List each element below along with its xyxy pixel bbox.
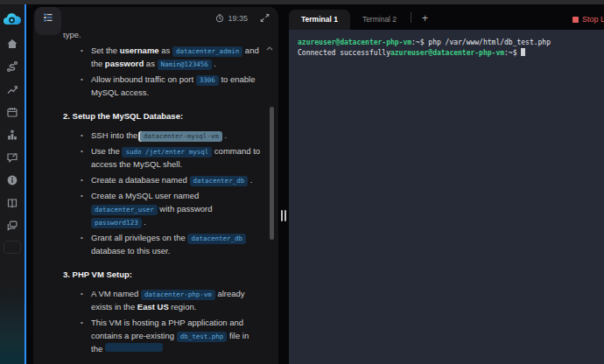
terminal-tabbar: Terminal 1 Terminal 2 + Stop La: [289, 7, 604, 30]
timer-value: 19:35: [228, 14, 248, 23]
expand-icon[interactable]: [260, 13, 270, 23]
terminal-prompt: azureuser@datacenter-php-vm: [298, 38, 411, 46]
text-run: .: [248, 175, 252, 185]
task-list-button[interactable]: [35, 7, 61, 35]
text-run: Create a MySQL user named: [91, 191, 199, 200]
trending-up-icon[interactable]: [6, 83, 18, 95]
bold-text: East US: [137, 302, 169, 312]
instructions-panel: 19:35 type.•Set the username as datacent…: [33, 7, 278, 364]
code-chip: password123: [91, 218, 142, 228]
terminal-line: Connected successfullyazureuser@datacent…: [298, 48, 595, 59]
info-icon[interactable]: [6, 174, 18, 186]
instruction-bullet: •A VM named datacenter-php-vm already ex…: [81, 287, 261, 313]
terminal-cursor: [521, 48, 525, 56]
bullet-dot: •: [81, 144, 91, 171]
terminal-prompt: azureuser@datacenter-php-vm: [390, 49, 504, 57]
bullet-dot: •: [81, 129, 91, 142]
card-topbar: 19:35: [215, 13, 270, 23]
home-icon[interactable]: [6, 38, 18, 50]
chat-icon[interactable]: [6, 220, 18, 232]
stop-icon: [572, 17, 579, 23]
text-run: .: [212, 59, 216, 68]
sidebar-gradient: [0, 285, 25, 364]
route-icon[interactable]: [6, 60, 18, 73]
bullet-dot: •: [81, 231, 91, 257]
sidebar: [0, 4, 26, 364]
text-run: .: [222, 130, 227, 140]
text-run: Create a database named: [91, 175, 190, 185]
stop-label: Stop La: [582, 15, 604, 24]
text-run: database to this user.: [91, 246, 170, 256]
cloud-logo-icon[interactable]: [3, 11, 22, 27]
clock-icon: [215, 14, 224, 23]
bold-text: username: [120, 46, 159, 55]
bullet-dot: •: [81, 44, 91, 70]
code-chip: datacenter_db: [190, 176, 249, 186]
bold-text: password: [105, 59, 144, 68]
tab-separator: [411, 12, 411, 23]
terminal-text: :~$ php /var/www/html/db_test.php: [411, 38, 551, 46]
new-terminal-button[interactable]: +: [413, 12, 437, 30]
text-run: Use the: [91, 146, 122, 156]
instructions-content: type.•Set the username as datacenter_adm…: [33, 33, 266, 364]
instruction-bullet: •Create a MySQL user named datacenter_us…: [81, 189, 261, 228]
instruction-heading: 2. Setup the MySQL Database:: [63, 109, 261, 122]
session-timer: 19:35: [215, 14, 248, 23]
window-top-strip: [0, 0, 604, 4]
bold-text: 3. PHP VM Setup:: [63, 270, 132, 279]
code-chip: datacenter_admin: [172, 46, 242, 57]
bullet-dot: •: [81, 316, 91, 355]
scroll-top-button[interactable]: [266, 38, 273, 54]
bullet-dot: •: [81, 173, 91, 186]
instruction-bullet: •Set the username as datacenter_admin an…: [81, 44, 261, 70]
text-run: with password: [158, 204, 213, 214]
instruction-bullet: •Grant all privileges on the datacenter_…: [81, 231, 261, 257]
instruction-heading: 3. PHP VM Setup:: [63, 268, 261, 281]
scrollbar-thumb[interactable]: [270, 107, 274, 240]
instruction-bullet: •Allow inbound traffic on port 3306 to e…: [81, 73, 261, 99]
code-chip: Namin@123456: [158, 60, 212, 70]
stop-lab-button[interactable]: Stop La: [572, 15, 604, 30]
clipped-line: type.: [63, 33, 261, 40]
terminal-panel: Terminal 1 Terminal 2 + Stop La azureuse…: [289, 7, 604, 364]
terminal-line: azureuser@datacenter-php-vm:~$ php /var/…: [298, 38, 595, 48]
text-run: as: [144, 59, 157, 68]
code-chip-selected: datacenter-mysql-vm: [140, 131, 222, 142]
text-run: .: [142, 217, 146, 227]
instruction-bullet: •This VM is hosting a PHP application an…: [81, 316, 261, 355]
text-run: as: [159, 46, 172, 55]
bold-text: 2. Setup the MySQL Database:: [63, 111, 183, 121]
text-run: SSH into the: [91, 130, 140, 140]
code-chip: datacenter-php-vm: [141, 290, 215, 300]
book-icon[interactable]: [6, 197, 18, 209]
sidebar-slot-outline: [4, 241, 21, 254]
code-chip: 3306: [196, 75, 219, 86]
panel-resize-handle[interactable]: [281, 210, 286, 221]
code-chip: datacenter_user: [91, 205, 158, 215]
text-run: Allow inbound traffic on port: [91, 74, 196, 84]
terminal-output[interactable]: azureuser@datacenter-php-vm:~$ php /var/…: [289, 30, 604, 364]
terminal-text: :~$: [504, 49, 521, 57]
bullet-dot: •: [81, 287, 91, 313]
bullet-dot: •: [81, 73, 91, 99]
code-chip: sudo /jet/enter mysql: [122, 147, 212, 158]
text-run: Set the: [91, 46, 120, 55]
tab-terminal-1[interactable]: Terminal 1: [289, 10, 350, 30]
text-run: Grant all privileges on the: [91, 233, 187, 242]
tab-terminal-2[interactable]: Terminal 2: [350, 10, 409, 30]
bullet-dot: •: [81, 189, 91, 228]
text-run: region.: [169, 302, 197, 312]
instruction-bullet: •Create a database named datacenter_db .: [81, 173, 261, 186]
code-chip: db_test.php: [177, 332, 228, 342]
instruction-bullet: •SSH into the datacenter-mysql-vm .: [81, 129, 261, 142]
task-list-icon: [43, 12, 53, 23]
text-run: A VM named: [91, 289, 141, 298]
calendar-icon[interactable]: [6, 106, 18, 118]
ranking-stats-icon[interactable]: [6, 129, 18, 141]
code-chip-clipped: [105, 343, 163, 352]
message-edit-icon[interactable]: [6, 151, 18, 164]
instruction-bullet: •Use the sudo /jet/enter mysql command t…: [81, 144, 261, 171]
terminal-text: Connected successfully: [298, 49, 390, 57]
code-chip: datacenter_db: [187, 234, 246, 244]
